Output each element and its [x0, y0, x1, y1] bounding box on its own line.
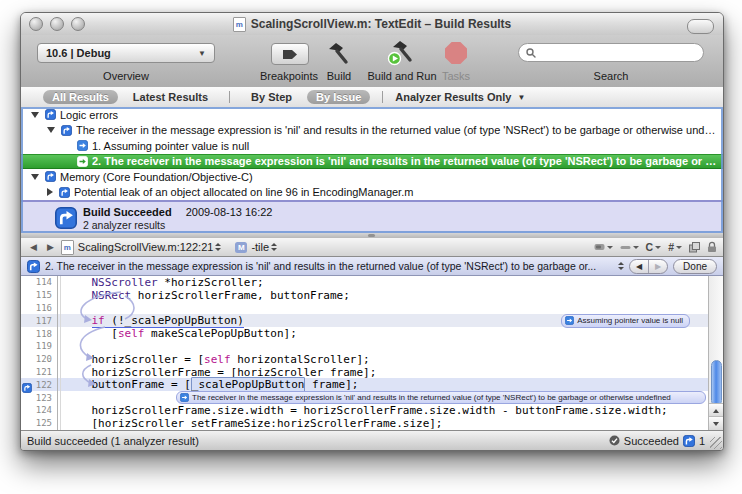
line-number-menu-button[interactable]: #: [668, 241, 682, 253]
segment-by-step[interactable]: By Step: [242, 90, 301, 104]
code-line-117[interactable]: 117 if (!_scalePopUpButton)Assuming poin…: [21, 314, 708, 327]
code-line-123[interactable]: 123The receiver in the message expressio…: [21, 391, 708, 404]
issue-message-bar: 2. The receiver in the message expressio…: [21, 257, 723, 276]
result-row-2[interactable]: 1. Assuming pointer value is null: [21, 138, 723, 154]
inline-annotation[interactable]: The receiver in the message expression i…: [176, 391, 706, 405]
segment-all-results[interactable]: All Results: [43, 90, 118, 104]
result-row-4[interactable]: Memory (Core Foundation/Objective-C): [21, 169, 723, 185]
line-number: 123: [21, 393, 57, 403]
result-row-text: 1. Assuming pointer value is null: [92, 140, 255, 152]
counterparts-menu-button[interactable]: C: [646, 241, 662, 253]
analyzer-icon: [683, 435, 695, 447]
disclosure-closed-icon[interactable]: [47, 188, 53, 196]
analyzer-icon: [45, 171, 56, 182]
counterpart-file-button[interactable]: [689, 242, 700, 253]
line-number: 125: [21, 418, 57, 428]
segment-latest-results[interactable]: Latest Results: [124, 90, 217, 104]
counterpart-label: C: [646, 241, 654, 253]
title-bar[interactable]: m ScalingScrollView.m: TextEdit – Build …: [21, 13, 723, 36]
status-message: Build succeeded (1 analyzer result): [27, 435, 199, 447]
code-line-120[interactable]: 120 horizScroller = [self horizontalScro…: [21, 353, 708, 366]
source-editor[interactable]: 114 NSScroller *horizScroller;115 NSRect…: [21, 276, 723, 430]
file-popup[interactable]: ScalingScrollView.m:122:21: [78, 241, 222, 253]
markers-menu-button[interactable]: [620, 243, 639, 252]
code-line-125[interactable]: 125 [horizScroller setFrameSize:horizScr…: [21, 417, 708, 430]
code-line-121[interactable]: 121 horizScrollerFrame = [horizScroller …: [21, 366, 708, 379]
nav-back-button[interactable]: ◀: [27, 242, 40, 252]
code-line-122[interactable]: 122 buttonFrame = [_scalePopUpButton fra…: [21, 378, 708, 391]
popup-arrow-icon: ▼: [198, 49, 206, 58]
resize-grip[interactable]: [710, 437, 722, 449]
nav-forward-button[interactable]: ▶: [44, 242, 57, 252]
segment-by-issue[interactable]: By Issue: [307, 90, 370, 104]
editor-vertical-scrollbar[interactable]: [708, 276, 723, 430]
code-line-124[interactable]: 124 horizScrollerFrame.size.width = hori…: [21, 404, 708, 417]
code-line-115[interactable]: 115 NSRect horizScrollerFrame, buttonFra…: [21, 289, 708, 302]
code-line-114[interactable]: 114 NSScroller *horizScroller;: [21, 276, 708, 289]
method-popup[interactable]: -tile: [251, 241, 277, 253]
build-label: Build: [319, 70, 359, 82]
code-segment: horizScrollerFrame.size.width = horizScr…: [92, 404, 668, 417]
code-text: NSRect horizScrollerFrame, buttonFrame;: [57, 289, 350, 302]
code-line-119[interactable]: 119: [21, 340, 708, 353]
done-button[interactable]: Done: [673, 259, 717, 274]
code-text: [horizScroller setFrameSize:horizScrolle…: [57, 417, 443, 430]
build-results-list: Logic errorsThe receiver in the message …: [21, 107, 723, 200]
build-and-run-button[interactable]: [383, 39, 417, 67]
arrow-icon: [77, 156, 88, 167]
issue-nav-capsule: ◀ ▶: [629, 259, 668, 274]
line-number: 120: [21, 354, 57, 364]
code-segment: makeScalePopUpButton];: [144, 327, 296, 340]
code-segment-wrap: [self makeScalePopUpButton];: [111, 327, 296, 340]
build-status-band[interactable]: Build Succeeded2009-08-13 16:22 2 analyz…: [21, 200, 723, 233]
line-number: 114: [21, 277, 57, 287]
toolbar-toggle-pill[interactable]: [687, 19, 714, 34]
nav-right-buttons: C #: [594, 241, 717, 253]
search-icon: [526, 48, 536, 58]
scroll-down-button[interactable]: [709, 416, 723, 430]
result-row-text: Memory (Core Foundation/Objective-C): [60, 171, 259, 183]
overlapping-squares-icon: [689, 242, 700, 253]
code-text: [self makeScalePopUpButton];: [57, 327, 297, 340]
search-label: Search: [518, 70, 704, 82]
search-field[interactable]: [518, 43, 704, 62]
build-button[interactable]: [321, 39, 355, 67]
result-row-5[interactable]: Potential leak of an object allocated on…: [21, 185, 723, 201]
lock-button[interactable]: [707, 241, 717, 253]
code-line-118[interactable]: 118 [self makeScalePopUpButton];: [21, 327, 708, 340]
disclosure-open-icon[interactable]: [31, 112, 39, 118]
bookmarks-menu-button[interactable]: [594, 243, 613, 252]
drop-arrow-icon: [607, 246, 613, 249]
breakpoints-button[interactable]: [271, 43, 309, 65]
issue-next-button[interactable]: ▶: [648, 260, 667, 273]
analyzer-icon: [55, 207, 77, 233]
drop-arrow-icon: [655, 246, 661, 249]
disclosure-open-icon[interactable]: [31, 174, 39, 180]
line-number-label: #: [668, 241, 674, 253]
breakpoint-icon: [282, 49, 298, 60]
scrollbar-thumb[interactable]: [711, 360, 722, 406]
analyzer-popup-value: Analyzer Results Only: [395, 91, 511, 103]
line-number: 118: [21, 329, 57, 339]
result-row-0[interactable]: Logic errors: [21, 107, 723, 123]
issue-prev-button[interactable]: ◀: [630, 260, 648, 273]
file-popup-value: ScalingScrollView.m:122:21: [78, 241, 214, 253]
code-segment: frame];: [305, 378, 358, 391]
code-line-116[interactable]: 116: [21, 302, 708, 315]
screen: m ScalingScrollView.m: TextEdit – Build …: [0, 0, 742, 494]
tasks-button[interactable]: [439, 39, 473, 67]
result-row-1[interactable]: The receiver in the message expression i…: [21, 123, 723, 139]
drop-arrow-icon: [633, 246, 639, 249]
status-right[interactable]: Succeeded 1: [609, 435, 705, 447]
overview-popup[interactable]: 10.6 | Debug ▼: [37, 43, 215, 63]
result-row-3[interactable]: 2. The receiver in the message expressio…: [21, 154, 723, 170]
scroll-up-button[interactable]: [709, 403, 723, 417]
result-row-text: Potential leak of an object allocated on…: [74, 186, 419, 198]
disclosure-open-icon[interactable]: [47, 127, 55, 133]
code-segment: self: [118, 327, 145, 340]
line-number: 117: [21, 316, 57, 326]
issue-popup-updown-icon[interactable]: [618, 262, 624, 270]
tasks-label: Tasks: [436, 70, 476, 82]
inline-annotation[interactable]: Assuming pointer value is null: [561, 314, 690, 328]
analyzer-results-popup[interactable]: Analyzer Results Only ▼: [395, 91, 525, 103]
